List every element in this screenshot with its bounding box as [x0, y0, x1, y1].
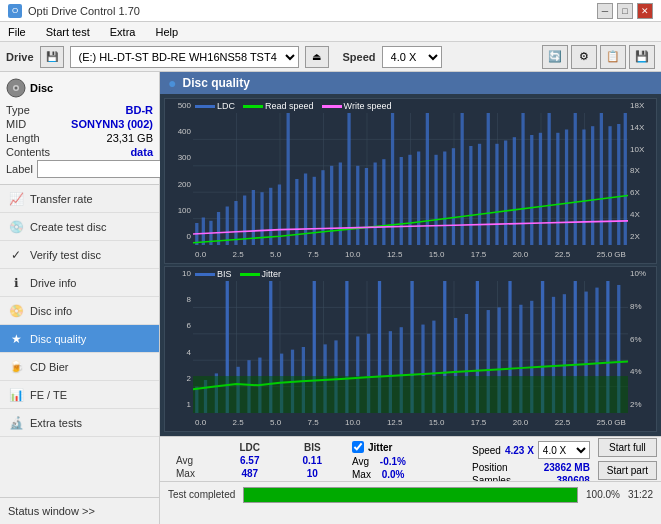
svg-rect-65 [617, 124, 620, 245]
svg-rect-41 [408, 155, 411, 245]
start-part-button[interactable]: Start part [598, 461, 657, 480]
legend-write-speed: Write speed [344, 101, 392, 111]
fe-te-icon: 📊 [8, 387, 24, 403]
label-input[interactable] [37, 160, 170, 178]
svg-rect-22 [243, 196, 246, 246]
svg-rect-17 [202, 218, 205, 246]
svg-rect-52 [504, 141, 507, 246]
jitter-avg-val: -0.1% [380, 456, 406, 467]
nav-transfer-rate[interactable]: 📈 Transfer rate [0, 185, 159, 213]
speed-stat-select[interactable]: 4.0 X [538, 441, 590, 459]
max-ldc: 487 [215, 467, 285, 480]
menu-extra[interactable]: Extra [106, 24, 140, 40]
length-value: 23,31 GB [107, 132, 153, 144]
progress-area: Test completed 100.0% 31:22 [160, 481, 661, 507]
avg-label: Avg [168, 454, 215, 467]
svg-rect-58 [556, 133, 559, 245]
jitter-avg-label: Avg [352, 456, 369, 467]
nav-create-test-disc[interactable]: 💿 Create test disc [0, 213, 159, 241]
svg-point-2 [15, 87, 18, 90]
minimize-button[interactable]: ─ [597, 3, 613, 19]
svg-rect-21 [234, 201, 237, 245]
svg-rect-45 [443, 152, 446, 246]
label-key: Label [6, 163, 33, 175]
svg-rect-61 [582, 130, 585, 246]
jitter-max-label: Max [352, 469, 371, 480]
nav-drive-info-label: Drive info [30, 277, 76, 289]
position-stat-val: 23862 MB [544, 462, 590, 473]
col-bis-header: BIS [285, 441, 340, 454]
maximize-button[interactable]: □ [617, 3, 633, 19]
svg-rect-49 [478, 144, 481, 245]
svg-rect-40 [400, 157, 403, 245]
app-title: Opti Drive Control 1.70 [28, 5, 140, 17]
drive-label: Drive [6, 51, 34, 63]
legend-bis: BIS [217, 269, 232, 279]
nav-verify-test-disc[interactable]: ✓ Verify test disc [0, 241, 159, 269]
chart-header: ● Disc quality [160, 72, 661, 94]
svg-rect-20 [226, 207, 229, 246]
nav-disc-quality[interactable]: ★ Disc quality [0, 325, 159, 353]
col-ldc-header: LDC [215, 441, 285, 454]
nav-verify-disc-label: Verify test disc [30, 249, 101, 261]
speed-stat-val: 4.23 X [505, 445, 534, 456]
extra-tests-icon: 🔬 [8, 415, 24, 431]
svg-rect-54 [521, 113, 524, 245]
svg-rect-32 [330, 166, 333, 245]
svg-rect-34 [347, 113, 350, 245]
drive-icon-btn[interactable]: 💾 [40, 46, 64, 68]
svg-rect-50 [487, 113, 490, 245]
eject-button[interactable]: ⏏ [305, 46, 329, 68]
svg-rect-53 [513, 137, 516, 245]
refresh-button[interactable]: 🔄 [542, 45, 568, 69]
top-chart-x: 0.02.55.07.510.012.515.017.520.022.525.0… [193, 245, 628, 263]
svg-rect-48 [469, 146, 472, 245]
copy-button[interactable]: 📋 [600, 45, 626, 69]
svg-rect-37 [374, 163, 377, 246]
sidebar: Disc Type BD-R MID SONYNN3 (002) Length … [0, 72, 160, 524]
nav-extra-tests[interactable]: 🔬 Extra tests [0, 409, 159, 437]
drive-selector[interactable]: (E:) HL-DT-ST BD-RE WH16NS58 TST4 [70, 46, 299, 68]
speed-stat-label: Speed [472, 445, 501, 456]
transfer-rate-icon: 📈 [8, 191, 24, 207]
contents-value: data [130, 146, 153, 158]
contents-key: Contents [6, 146, 50, 158]
close-button[interactable]: ✕ [637, 3, 653, 19]
charts-container: LDC Read speed Write speed 5004003002001… [160, 94, 661, 436]
svg-rect-120 [193, 376, 628, 413]
svg-rect-44 [434, 155, 437, 245]
top-chart-y-right: 18X14X10X8X6X4X2X [628, 99, 656, 243]
svg-rect-46 [452, 148, 455, 245]
svg-rect-30 [313, 177, 316, 245]
svg-rect-42 [417, 152, 420, 246]
nav-extra-tests-label: Extra tests [30, 417, 82, 429]
avg-bis: 0.11 [285, 454, 340, 467]
nav-drive-info[interactable]: ℹ Drive info [0, 269, 159, 297]
disc-icon [6, 78, 26, 98]
verify-disc-icon: ✓ [8, 247, 24, 263]
svg-rect-33 [339, 163, 342, 246]
settings-button[interactable]: ⚙ [571, 45, 597, 69]
stats-row1: LDC BIS Avg 6.57 0.11 Max [160, 437, 661, 481]
mid-key: MID [6, 118, 26, 130]
svg-rect-27 [287, 113, 290, 245]
start-full-button[interactable]: Start full [598, 438, 657, 457]
chart-title: Disc quality [182, 76, 249, 90]
speed-selector[interactable]: 4.0 X [382, 46, 442, 68]
menu-start-test[interactable]: Start test [42, 24, 94, 40]
menu-file[interactable]: File [4, 24, 30, 40]
jitter-label: Jitter [368, 442, 392, 453]
nav-disc-info[interactable]: 📀 Disc info [0, 297, 159, 325]
bottom-chart: BIS Jitter 1086421 10%8%6%4%2% 0.02.55.0… [164, 266, 657, 432]
svg-rect-57 [548, 113, 551, 245]
nav-fe-te[interactable]: 📊 FE / TE [0, 381, 159, 409]
jitter-max-val: 0.0% [382, 469, 405, 480]
top-chart-y-left: 5004003002001000 [165, 99, 193, 243]
menu-help[interactable]: Help [151, 24, 182, 40]
max-bis: 10 [285, 467, 340, 480]
save-button[interactable]: 💾 [629, 45, 655, 69]
status-window-button[interactable]: Status window >> [0, 498, 159, 524]
jitter-checkbox[interactable] [352, 441, 364, 453]
nav-cd-bier[interactable]: 🍺 CD Bier [0, 353, 159, 381]
progress-bar-container [243, 487, 578, 503]
